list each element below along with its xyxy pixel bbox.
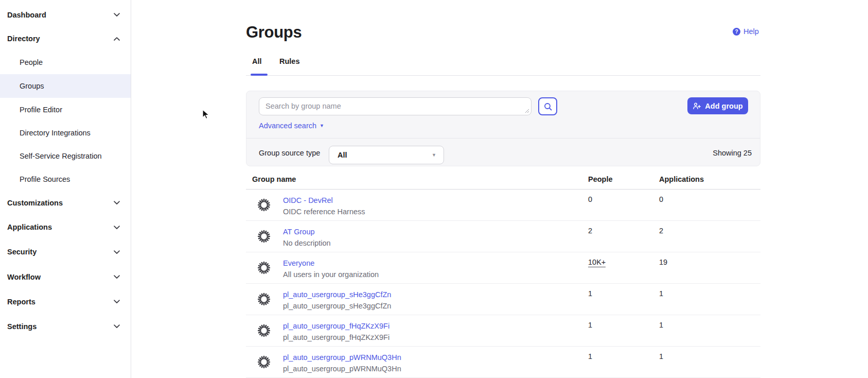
sidebar-item-label: Directory Integrations — [20, 129, 91, 137]
sidebar-item-self-service-registration[interactable]: Self-Service Registration — [0, 144, 131, 167]
column-header-applications: Applications — [659, 175, 704, 183]
column-header-people: People — [588, 175, 613, 183]
sidebar-item-label: Directory — [7, 35, 40, 43]
group-icon — [257, 230, 271, 243]
sidebar-item-label: Customizations — [7, 199, 63, 207]
group-name-link[interactable]: pl_auto_usergroup_fHqZKzX9Fi — [283, 320, 389, 332]
groups-table: Group name People Applications OIDC - De… — [246, 171, 760, 378]
applications-count: 0 — [659, 195, 663, 203]
add-group-button[interactable]: Add group — [687, 97, 748, 114]
group-description: No description — [283, 237, 331, 249]
advanced-search-label: Advanced search — [259, 122, 316, 130]
group-description: pl_auto_usergroup_pWRNMuQ3Hn — [283, 363, 401, 374]
applications-count: 2 — [659, 227, 663, 235]
chevron-down-icon — [113, 298, 120, 305]
chevron-down-icon — [113, 273, 120, 280]
chevron-down-icon — [113, 249, 120, 255]
tabs-divider — [246, 75, 760, 76]
sidebar-item-people[interactable]: People — [0, 50, 131, 74]
group-icon — [257, 261, 271, 274]
people-count: 1 — [588, 352, 592, 360]
chevron-up-icon — [113, 36, 120, 42]
caret-down-icon: ▼ — [320, 123, 324, 128]
panel-divider — [246, 138, 760, 139]
group-description: OIDC reference Harness — [283, 206, 365, 217]
sidebar-item-profile-editor[interactable]: Profile Editor — [0, 98, 131, 121]
group-source-type-label: Group source type — [259, 148, 320, 158]
tab-rules[interactable]: Rules — [279, 57, 300, 65]
sidebar-item-customizations[interactable]: Customizations — [0, 191, 131, 215]
chevron-down-icon — [113, 11, 120, 18]
table-row: Everyone All users in your organization … — [246, 252, 760, 284]
group-name-link[interactable]: pl_auto_usergroup_sHe3ggCfZn — [283, 289, 391, 300]
sidebar-item-label: Dashboard — [7, 11, 46, 19]
group-icon — [257, 293, 271, 306]
sidebar-item-label: Settings — [7, 322, 37, 331]
sidebar-item-settings[interactable]: Settings — [0, 314, 131, 339]
group-name-link[interactable]: AT Group — [283, 226, 315, 237]
sidebar-item-security[interactable]: Security — [0, 239, 131, 264]
sidebar-item-applications[interactable]: Applications — [0, 215, 131, 239]
showing-count: Showing 25 — [713, 148, 752, 158]
sidebar-item-label: Security — [7, 248, 37, 256]
group-source-type-dropdown[interactable]: All ▼ — [329, 146, 444, 164]
group-description: All users in your organization — [283, 269, 379, 280]
applications-count: 1 — [659, 289, 663, 298]
page-title: Groups — [246, 23, 302, 42]
search-input[interactable] — [259, 97, 532, 115]
help-link[interactable]: ? Help — [733, 27, 759, 36]
sidebar-item-label: Workflow — [7, 273, 41, 281]
sidebar-item-dashboard[interactable]: Dashboard — [0, 3, 131, 27]
active-tab-indicator — [251, 74, 268, 76]
sidebar-item-label: People — [20, 58, 43, 66]
people-count: 1 — [588, 289, 592, 298]
help-link-label: Help — [743, 27, 759, 36]
sidebar-item-directory-integrations[interactable]: Directory Integrations — [0, 121, 131, 144]
group-description: pl_auto_usergroup_fHqZKzX9Fi — [283, 332, 389, 343]
column-header-group-name: Group name — [252, 175, 296, 183]
table-row: AT Group No description 2 2 — [246, 221, 760, 252]
group-name-link[interactable]: pl_auto_usergroup_pWRNMuQ3Hn — [283, 352, 401, 363]
sidebar-item-directory[interactable]: Directory — [0, 27, 131, 50]
applications-count: 1 — [659, 352, 663, 360]
sidebar-item-label: Profile Sources — [20, 175, 70, 183]
table-row: OIDC - DevRel OIDC reference Harness 0 0 — [246, 190, 760, 221]
caret-down-icon: ▼ — [432, 152, 436, 158]
advanced-search-link[interactable]: Advanced search ▼ — [259, 121, 324, 130]
chevron-down-icon — [113, 199, 120, 206]
add-group-label: Add group — [705, 102, 742, 110]
sidebar-item-workflow[interactable]: Workflow — [0, 264, 131, 289]
dropdown-selected-value: All — [338, 151, 347, 159]
group-name-link[interactable]: OIDC - DevRel — [283, 195, 333, 206]
group-description: pl_auto_usergroup_sHe3ggCfZn — [283, 300, 391, 312]
search-icon — [543, 102, 553, 111]
chevron-down-icon — [113, 323, 120, 330]
table-row: pl_auto_usergroup_pWRNMuQ3Hn pl_auto_use… — [246, 347, 760, 378]
chevron-down-icon — [113, 224, 120, 231]
search-button[interactable] — [538, 97, 557, 115]
sidebar-item-label: Reports — [7, 298, 36, 306]
sidebar-item-profile-sources[interactable]: Profile Sources — [0, 167, 131, 191]
group-icon — [257, 324, 271, 337]
tab-all[interactable]: All — [252, 57, 262, 65]
help-question-icon: ? — [733, 28, 740, 36]
table-row: pl_auto_usergroup_sHe3ggCfZn pl_auto_use… — [246, 284, 760, 315]
mouse-cursor — [201, 109, 211, 121]
sidebar-item-label: Applications — [7, 223, 52, 231]
people-count: 10K+ — [588, 258, 606, 267]
table-header-row: Group name People Applications — [246, 171, 760, 190]
applications-count: 19 — [659, 258, 667, 266]
group-name-link[interactable]: Everyone — [283, 257, 314, 269]
people-count: 2 — [588, 227, 592, 235]
table-row: pl_auto_usergroup_fHqZKzX9Fi pl_auto_use… — [246, 315, 760, 347]
sidebar-item-label: Profile Editor — [20, 106, 62, 114]
sidebar-item-reports[interactable]: Reports — [0, 289, 131, 314]
sidebar-item-groups[interactable]: Groups — [0, 74, 131, 98]
sidebar: Dashboard Directory People Groups Profil… — [0, 0, 131, 378]
sidebar-item-label: Groups — [20, 82, 44, 90]
group-icon — [257, 198, 271, 212]
group-icon — [257, 355, 271, 369]
people-count: 1 — [588, 321, 592, 329]
people-count: 0 — [588, 195, 592, 203]
search-filter-panel: Advanced search ▼ Add group Group source… — [246, 91, 760, 166]
